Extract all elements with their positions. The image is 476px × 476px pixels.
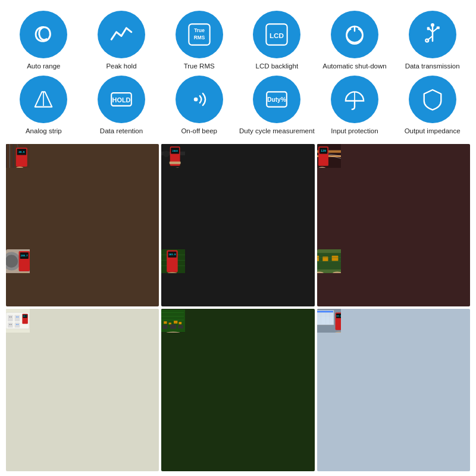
photo-copper-pipes: 139	[317, 144, 470, 306]
feature-analog-strip: Analog strip	[6, 76, 82, 136]
svg-point-54	[9, 317, 10, 318]
feature-peak-hold: Peak hold	[84, 11, 159, 71]
feature-duty-cycle: Duty% Duty cycle measurement	[239, 76, 315, 136]
feature-data-transmission: Data transmission	[394, 11, 470, 71]
feature-onoff-beep: On-off beep	[161, 76, 237, 136]
input-protection-icon	[331, 76, 378, 123]
data-transmission-label: Data transmission	[405, 62, 460, 71]
svg-rect-15	[427, 27, 429, 30]
auto-shutdown-label: Automatic shut-down	[322, 62, 386, 71]
svg-rect-75	[174, 321, 177, 324]
svg-rect-78	[170, 324, 177, 328]
svg-rect-73	[164, 321, 167, 324]
svg-rect-59	[15, 315, 20, 321]
svg-text:49.9: 49.9	[18, 151, 25, 154]
duty-cycle-icon: Duty%	[253, 76, 300, 123]
photo-power-strip: UNI-T	[6, 309, 159, 471]
true-rms-icon: True RMS	[176, 11, 223, 58]
svg-point-58	[11, 324, 12, 325]
data-retention-label: Data retention	[100, 127, 143, 136]
svg-rect-84	[317, 311, 333, 313]
page: Auto range Peak hold True RMS	[0, 0, 476, 476]
svg-point-55	[11, 317, 12, 318]
output-impedance-label: Output impedance	[405, 127, 461, 136]
svg-text:Duty%: Duty%	[268, 96, 286, 103]
svg-text:166.16: 166.16	[336, 315, 341, 317]
features-section: Auto range Peak hold True RMS	[0, 0, 476, 142]
photo-electrical-panel: 49.9	[6, 144, 159, 306]
svg-rect-74	[169, 322, 171, 324]
onoff-beep-label: On-off beep	[181, 127, 217, 136]
svg-point-61	[18, 317, 19, 318]
feature-output-impedance: Output impedance	[394, 76, 470, 136]
feature-lcd-backlight: LCD LCD backlight	[239, 11, 315, 71]
data-transmission-icon	[409, 11, 456, 58]
lcd-backlight-label: LCD backlight	[256, 62, 299, 71]
feature-auto-shutdown: Automatic shut-down	[317, 11, 393, 71]
svg-rect-62	[15, 322, 20, 327]
output-impedance-icon	[409, 76, 456, 123]
features-grid: Auto range Peak hold True RMS	[6, 11, 470, 136]
photos-grid: 49.9 2048	[0, 142, 476, 476]
svg-text:LCD: LCD	[270, 32, 284, 39]
svg-rect-11	[436, 27, 439, 29]
svg-rect-56	[8, 322, 12, 327]
auto-shutdown-icon	[331, 11, 378, 58]
svg-point-9	[431, 23, 434, 27]
svg-point-64	[18, 324, 19, 325]
svg-rect-76	[179, 322, 182, 324]
svg-rect-79	[178, 325, 183, 328]
onoff-beep-icon	[176, 76, 223, 123]
svg-point-20	[193, 98, 198, 102]
analog-strip-icon	[20, 76, 67, 123]
svg-point-13	[425, 39, 428, 42]
peak-hold-icon	[98, 11, 145, 58]
svg-text:RMS: RMS	[193, 35, 205, 40]
feature-auto-range: Auto range	[6, 11, 82, 71]
photo-circuit-board	[161, 309, 314, 471]
data-retention-icon: HOLD	[98, 76, 145, 123]
svg-text:139: 139	[321, 149, 326, 152]
analog-strip-label: Analog strip	[26, 127, 62, 136]
svg-rect-41	[170, 161, 181, 164]
svg-point-57	[9, 324, 10, 325]
true-rms-label: True RMS	[184, 62, 215, 71]
auto-range-label: Auto range	[27, 62, 60, 71]
svg-point-63	[16, 324, 17, 325]
svg-text:True: True	[194, 27, 205, 33]
svg-point-60	[16, 317, 17, 318]
svg-rect-77	[162, 325, 167, 328]
photo-dark-panel: 2048	[161, 144, 314, 306]
peak-hold-label: Peak hold	[106, 62, 136, 71]
svg-rect-83	[317, 311, 333, 324]
photo-computer-screen: 166.16	[317, 309, 470, 471]
svg-text:2048: 2048	[173, 149, 178, 152]
feature-input-protection: Input protection	[317, 76, 393, 136]
input-protection-label: Input protection	[331, 127, 378, 136]
svg-rect-53	[8, 315, 12, 321]
svg-text:HOLD: HOLD	[112, 96, 131, 104]
duty-cycle-label: Duty cycle measurement	[239, 127, 315, 136]
feature-true-rms: True RMS True RMS	[161, 11, 237, 71]
svg-point-36	[163, 151, 170, 157]
svg-text:UNI-T: UNI-T	[23, 315, 28, 317]
lcd-backlight-icon: LCD	[253, 11, 300, 58]
auto-range-icon	[20, 11, 67, 58]
feature-data-retention: HOLD Data retention	[84, 76, 159, 136]
